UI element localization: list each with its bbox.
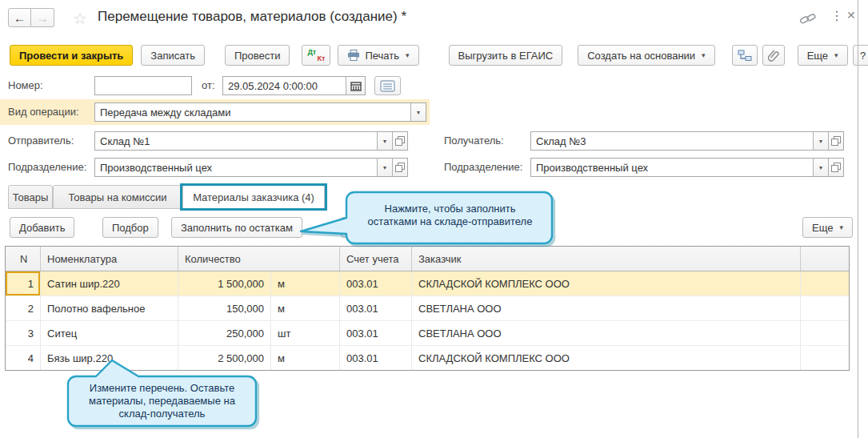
table-row[interactable]: 1 Сатин шир.220 1 500,000 м 003.01 СКЛАД… [6,271,849,296]
dropdown-button[interactable]: ▾ [377,132,392,150]
dt-kt-button[interactable]: ДтКт [302,45,330,66]
dropdown-button[interactable]: ▾ [813,159,828,176]
pick-button[interactable]: Подбор [102,217,158,238]
attachments-button[interactable] [762,45,785,66]
tab-commission-goods[interactable]: Товары на комиссии [53,185,182,209]
open-button[interactable] [392,132,407,150]
number-input[interactable] [94,76,192,95]
department-receiver-input[interactable]: Производственный цех ▾ [530,158,844,177]
command-toolbar: Провести и закрыть Записать Провести ДтК… [10,45,868,66]
date-label: от: [202,76,215,95]
department-receiver-label: Подразделение: [444,158,522,177]
forward-button[interactable]: → [31,8,54,27]
chevron-down-icon: ▾ [383,164,386,171]
table-more-button[interactable]: Еще ▾ [802,217,853,238]
add-row-button[interactable]: Добавить [10,217,74,238]
window-edge-separator [858,0,858,438]
egais-export-button[interactable]: Выгрузить в ЕГАИС [449,45,563,66]
more-menu-icon[interactable]: ⋮ [830,8,843,23]
dt-kt-icon: ДтКт [307,48,325,62]
department-sender-label: Подразделение: [8,158,86,177]
hierarchy-icon [738,50,752,62]
dropdown-caret-icon: ▾ [839,223,843,231]
tab-goods[interactable]: Товары [8,185,53,209]
operation-select[interactable]: Передача между складами ▾ [94,102,426,122]
calendar-button[interactable] [346,77,365,94]
open-link-icon [831,163,841,172]
receiver-input[interactable]: Склад №3 ▾ [530,131,844,151]
sender-input[interactable]: Склад №1 ▾ [94,131,408,151]
nav-buttons: ← → [8,8,54,27]
printer-icon [347,50,360,61]
post-and-close-button[interactable]: Провести и закрыть [10,45,133,66]
chevron-down-icon: ▾ [819,138,822,145]
dropdown-caret-icon: ▾ [834,51,838,59]
table-row[interactable]: 3 Ситец 250,000 шт 003.01 СВЕТЛАНА ООО [6,321,849,346]
fill-hint-text: Нажмите, чтобы заполнить остатками на ск… [360,203,540,228]
open-link-icon [831,136,841,146]
date-input[interactable]: 29.05.2024 0:00:00 [222,76,366,95]
materials-table: N Номенклатура Количество Счет учета Зак… [5,246,850,371]
dropdown-button[interactable]: ▾ [813,132,828,150]
more-button[interactable]: Еще ▾ [798,45,848,66]
column-header-empty [801,247,849,271]
open-button[interactable] [828,159,843,176]
dropdown-caret-icon: ▾ [406,51,410,59]
number-label: Номер: [8,76,43,95]
create-based-on-button[interactable]: Создать на основании ▾ [578,45,714,66]
column-header-n[interactable]: N [6,247,41,271]
structure-button[interactable] [732,45,758,66]
page-title: Перемещение товаров, материалов (создани… [98,9,406,25]
open-link-icon [395,163,405,172]
receiver-label: Получатель: [444,131,504,151]
save-button[interactable]: Записать [141,45,205,66]
chevron-down-icon: ▾ [819,164,822,171]
operation-label: Вид операции: [8,102,79,122]
sender-label: Отправитель: [8,131,74,151]
open-link-icon [395,136,405,146]
table-row[interactable]: 2 Полотно вафельное 150,000 м 003.01 СВЕ… [6,296,849,321]
list-hint-text: Измените перечень. Оставьте материалы, п… [76,382,248,420]
dropdown-button[interactable]: ▾ [377,159,392,176]
help-button[interactable]: ? [853,45,868,66]
print-button[interactable]: Печать ▾ [338,45,418,66]
link-icon[interactable] [799,12,817,26]
department-sender-input[interactable]: Производственный цех ▾ [94,158,408,177]
favorite-star-icon[interactable]: ☆ [73,9,87,28]
open-button[interactable] [392,159,407,176]
dropdown-button[interactable]: ▾ [410,103,426,121]
close-icon[interactable]: ✕ [846,9,856,22]
column-header-item[interactable]: Номенклатура [41,247,178,271]
chevron-down-icon: ▾ [417,109,420,116]
document-window: ← → ☆ Перемещение товаров, материалов (с… [0,0,868,438]
calendar-icon [350,81,362,91]
back-arrow-icon: ← [14,11,26,25]
chevron-down-icon: ▾ [383,138,386,145]
paperclip-icon [768,50,779,62]
fill-by-balance-button[interactable]: Заполнить по остаткам [171,217,302,238]
open-button[interactable] [828,132,843,150]
post-button[interactable]: Провести [225,45,290,66]
back-button[interactable]: ← [8,8,31,27]
dropdown-caret-icon: ▾ [702,51,706,59]
date-list-button[interactable] [374,76,401,95]
forward-arrow-icon: → [37,11,49,25]
list-icon [380,80,395,92]
